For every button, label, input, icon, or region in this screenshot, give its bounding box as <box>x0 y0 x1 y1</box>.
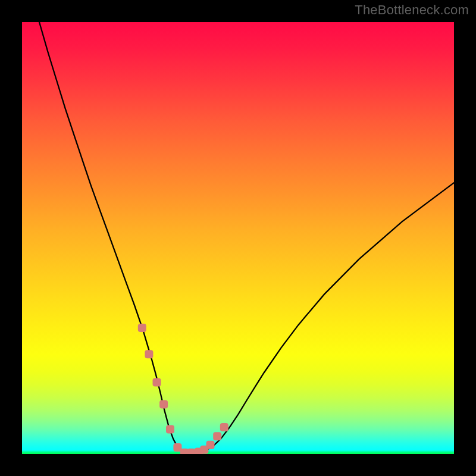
watermark-label: TheBottleneck.com <box>355 2 469 18</box>
chart-plot-area <box>22 22 454 454</box>
chart-frame: TheBottleneck.com <box>0 0 476 476</box>
